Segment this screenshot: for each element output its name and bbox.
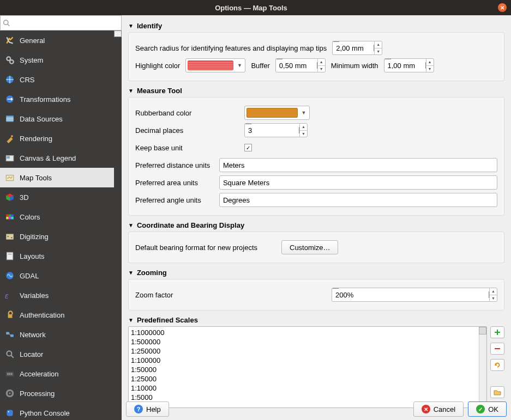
cancel-button[interactable]: ✕ Cancel [413,401,464,417]
min-width-label: Minimum width [331,62,378,70]
caret-down-icon: ▼ [128,317,134,323]
svg-rect-9 [11,135,13,137]
sidebar-item-layouts[interactable]: Layouts [0,246,122,266]
zoom-factor-input[interactable] [332,288,497,302]
spin-down-icon[interactable]: ▼ [489,295,497,302]
sidebar-item-processing[interactable]: Processing [0,384,122,403]
section-coord-body: Default bearing format for new projects … [128,232,504,263]
sidebar-item-3d[interactable]: 3D [0,187,122,207]
sidebar-item-label: Variables [20,291,49,300]
help-button[interactable]: ? Help [126,401,169,417]
section-identify-body: Search radius for identifying features a… [128,32,504,81]
locator-icon [4,349,15,360]
scale-item[interactable]: 1:1000000 [131,328,484,337]
reset-scales-button[interactable] [490,359,504,371]
add-scale-button[interactable] [490,326,504,338]
svg-point-29 [7,351,11,356]
remove-scale-button[interactable] [490,343,504,355]
sidebar-item-label: Data Sources [20,115,63,123]
spin-up-icon[interactable]: ▲ [426,59,434,66]
scale-item[interactable]: 1:100000 [131,356,484,365]
sidebar-item-digitizing[interactable]: Digitizing [0,227,122,246]
sidebar-item-rendering[interactable]: Rendering [0,129,122,148]
decimal-places-input[interactable] [244,123,308,137]
caret-down-icon: ▼ [128,23,134,29]
scale-item[interactable]: 1:50000 [131,365,484,374]
svg-point-0 [4,20,8,25]
python-console-icon [4,407,15,418]
highlight-color-label: Highlight color [135,62,180,70]
section-measure-header[interactable]: ▼ Measure Tool [128,84,504,97]
section-coord-header[interactable]: ▼ Coordinate and Bearing Display [128,219,504,232]
svg-line-30 [11,355,14,358]
data-sources-icon [4,113,15,124]
sidebar-item-network[interactable]: Network [0,325,122,344]
chevron-down-icon: ▼ [236,63,243,68]
sidebar-item-transformations[interactable]: Transformations [0,89,122,109]
scale-item[interactable]: 1:25000 [131,374,484,384]
spin-down-icon[interactable]: ▼ [299,131,307,137]
svg-rect-34 [11,373,12,375]
ok-button[interactable]: ✓ OK [468,401,507,417]
sidebar-item-general[interactable]: General [0,31,122,50]
sidebar-item-label: Layouts [20,252,45,260]
svg-rect-32 [8,373,9,375]
sidebar-items: GeneralSystemCRSTransformationsData Sour… [0,31,122,420]
highlight-color-picker[interactable]: ▼ [185,58,245,72]
customize-button[interactable]: Customize… [281,240,338,254]
scales-list[interactable]: 1:10000001:5000001:2500001:1000001:50000… [128,326,487,408]
sidebar-item-canvas-legend[interactable]: Canvas & Legend [0,148,122,168]
zoom-factor-label: Zoom factor [135,291,326,299]
sidebar-item-crs[interactable]: CRS [0,70,122,89]
sidebar-item-label: Digitizing [20,233,49,241]
sidebar-item-locator[interactable]: Locator [0,344,122,364]
spin-up-icon[interactable]: ▲ [374,41,382,48]
area-units-select[interactable]: Square Meters [219,175,497,190]
svg-point-37 [8,411,9,412]
spin-up-icon[interactable]: ▲ [317,59,325,66]
spin-up-icon[interactable]: ▲ [299,124,307,131]
sidebar-item-label: Canvas & Legend [20,154,76,162]
sidebar-item-variables[interactable]: εVariables [0,285,122,305]
svg-rect-16 [6,217,9,220]
section-zoom-header[interactable]: ▼ Zooming [128,266,504,279]
keep-base-unit-label: Keep base unit [135,144,239,152]
angle-units-select[interactable]: Degrees [219,193,497,207]
scale-item[interactable]: 1:10000 [131,384,484,393]
sidebar-item-authentication[interactable]: Authentication [0,305,122,325]
sidebar-item-system[interactable]: System [0,50,122,70]
section-measure-body: Rubberband color ▼ Decimal places ▲▼ Kee… [128,97,504,216]
spin-up-icon[interactable]: ▲ [489,288,497,295]
scale-item[interactable]: 1:250000 [131,346,484,356]
sidebar-item-colors[interactable]: Colors [0,207,122,227]
scale-item[interactable]: 1:500000 [131,337,484,346]
svg-rect-26 [8,314,13,318]
spin-down-icon[interactable]: ▼ [317,66,325,72]
crs-icon [4,74,15,85]
rubberband-color-picker[interactable]: ▼ [244,106,310,120]
sidebar-item-gdal[interactable]: GDAL [0,266,122,285]
spin-down-icon[interactable]: ▼ [426,66,434,72]
scrollbar[interactable] [479,327,486,407]
general-icon [4,35,15,46]
keep-base-unit-checkbox[interactable]: ✓ [244,144,252,151]
import-scales-button[interactable] [490,386,504,398]
sidebar-item-label: Processing [20,389,55,398]
scrollbar[interactable] [114,31,122,420]
spin-down-icon[interactable]: ▼ [374,48,382,55]
sidebar-item-python-console[interactable]: Python Console [0,403,122,420]
sidebar-search[interactable] [0,15,122,31]
sidebar-item-acceleration[interactable]: Acceleration [0,364,122,384]
search-input[interactable] [10,18,119,28]
sidebar-item-data-sources[interactable]: Data Sources [0,109,122,129]
distance-units-select[interactable]: Meters [219,158,497,172]
svg-rect-17 [9,217,11,220]
svg-rect-13 [6,215,9,217]
sidebar-item-map-tools[interactable]: Map Tools [0,168,122,187]
system-icon [4,54,15,65]
section-title: Predefined Scales [137,316,198,324]
section-identify-header[interactable]: ▼ Identify [128,20,504,32]
scale-item[interactable]: 1:5000 [131,393,484,402]
close-icon[interactable]: ✕ [498,3,507,12]
section-scales-header[interactable]: ▼ Predefined Scales [128,314,504,326]
